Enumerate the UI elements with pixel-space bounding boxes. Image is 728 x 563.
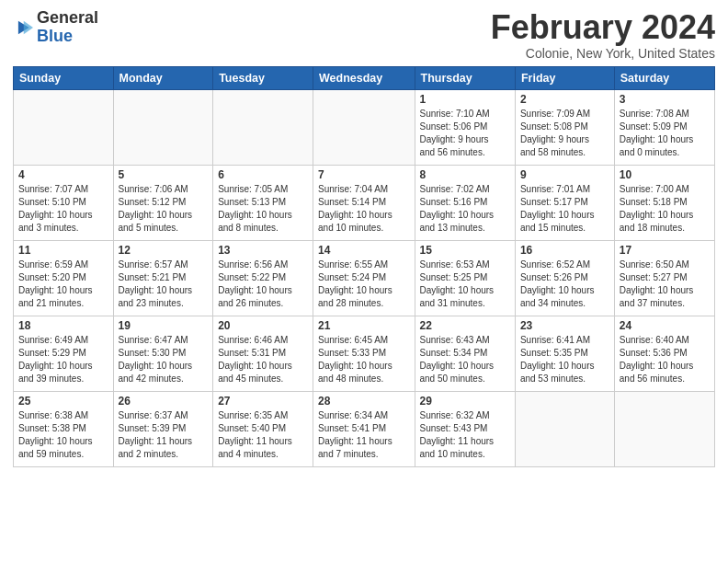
calendar-week-row: 18Sunrise: 6:49 AMSunset: 5:29 PMDayligh…: [14, 316, 715, 391]
day-detail: Sunrise: 6:56 AMSunset: 5:22 PMDaylight:…: [218, 259, 308, 310]
svg-marker-1: [24, 20, 33, 34]
day-detail: Sunrise: 6:34 AMSunset: 5:41 PMDaylight:…: [318, 409, 409, 461]
day-number: 12: [119, 244, 209, 257]
calendar-week-row: 11Sunrise: 6:59 AMSunset: 5:20 PMDayligh…: [14, 240, 715, 316]
day-detail: Sunrise: 6:41 AMSunset: 5:35 PMDaylight:…: [520, 334, 609, 385]
day-number: 16: [520, 244, 609, 257]
day-detail: Sunrise: 7:06 AMSunset: 5:12 PMDaylight:…: [119, 183, 209, 235]
table-row: [614, 391, 714, 466]
day-number: 10: [620, 168, 710, 181]
day-detail: Sunrise: 6:40 AMSunset: 5:36 PMDaylight:…: [620, 334, 710, 385]
table-row: 4Sunrise: 7:07 AMSunset: 5:10 PMDaylight…: [14, 165, 114, 240]
day-number: 25: [18, 395, 108, 408]
day-detail: Sunrise: 7:02 AMSunset: 5:16 PMDaylight:…: [420, 183, 510, 235]
table-row: 17Sunrise: 6:50 AMSunset: 5:27 PMDayligh…: [614, 240, 714, 316]
table-row: 22Sunrise: 6:43 AMSunset: 5:34 PMDayligh…: [415, 316, 515, 391]
location: Colonie, New York, United States: [491, 46, 715, 61]
day-detail: Sunrise: 6:47 AMSunset: 5:30 PMDaylight:…: [119, 334, 209, 385]
day-number: 17: [620, 244, 710, 257]
page: General Blue February 2024 Colonie, New …: [0, 0, 728, 475]
day-detail: Sunrise: 6:50 AMSunset: 5:27 PMDaylight:…: [620, 259, 710, 310]
table-row: 24Sunrise: 6:40 AMSunset: 5:36 PMDayligh…: [614, 316, 714, 391]
day-detail: Sunrise: 6:45 AMSunset: 5:33 PMDaylight:…: [318, 334, 409, 385]
day-number: 2: [520, 93, 609, 106]
day-detail: Sunrise: 6:49 AMSunset: 5:29 PMDaylight:…: [18, 334, 108, 385]
day-detail: Sunrise: 6:59 AMSunset: 5:20 PMDaylight:…: [18, 259, 108, 310]
table-row: 16Sunrise: 6:52 AMSunset: 5:26 PMDayligh…: [515, 240, 614, 316]
day-detail: Sunrise: 6:32 AMSunset: 5:43 PMDaylight:…: [420, 409, 510, 461]
table-row: 21Sunrise: 6:45 AMSunset: 5:33 PMDayligh…: [313, 316, 415, 391]
header-wednesday: Wednesday: [313, 66, 415, 89]
header-sunday: Sunday: [14, 66, 114, 89]
table-row: 2Sunrise: 7:09 AMSunset: 5:08 PMDaylight…: [515, 89, 614, 165]
day-detail: Sunrise: 6:55 AMSunset: 5:24 PMDaylight:…: [318, 259, 409, 310]
header-monday: Monday: [113, 66, 213, 89]
day-detail: Sunrise: 6:37 AMSunset: 5:39 PMDaylight:…: [119, 409, 209, 461]
day-detail: Sunrise: 7:08 AMSunset: 5:09 PMDaylight:…: [620, 108, 710, 159]
logo-icon: [13, 17, 33, 38]
day-number: 3: [620, 93, 710, 106]
day-detail: Sunrise: 6:53 AMSunset: 5:25 PMDaylight:…: [420, 259, 510, 310]
day-number: 11: [18, 244, 108, 257]
weekday-header-row: Sunday Monday Tuesday Wednesday Thursday…: [14, 66, 715, 89]
day-number: 19: [119, 319, 209, 332]
table-row: 11Sunrise: 6:59 AMSunset: 5:20 PMDayligh…: [14, 240, 114, 316]
month-title: February 2024: [491, 9, 715, 46]
day-detail: Sunrise: 6:52 AMSunset: 5:26 PMDaylight:…: [520, 259, 609, 310]
day-detail: Sunrise: 6:46 AMSunset: 5:31 PMDaylight:…: [218, 334, 308, 385]
table-row: 13Sunrise: 6:56 AMSunset: 5:22 PMDayligh…: [213, 240, 313, 316]
table-row: 15Sunrise: 6:53 AMSunset: 5:25 PMDayligh…: [415, 240, 515, 316]
day-number: 20: [218, 319, 308, 332]
day-number: 8: [420, 168, 510, 181]
day-number: 23: [520, 319, 609, 332]
table-row: [113, 89, 213, 165]
table-row: 23Sunrise: 6:41 AMSunset: 5:35 PMDayligh…: [515, 316, 614, 391]
table-row: 28Sunrise: 6:34 AMSunset: 5:41 PMDayligh…: [313, 391, 415, 466]
header-tuesday: Tuesday: [213, 66, 313, 89]
day-number: 13: [218, 244, 308, 257]
table-row: 1Sunrise: 7:10 AMSunset: 5:06 PMDaylight…: [415, 89, 515, 165]
header-thursday: Thursday: [415, 66, 515, 89]
logo: General Blue: [13, 9, 98, 46]
day-detail: Sunrise: 7:07 AMSunset: 5:10 PMDaylight:…: [18, 183, 108, 235]
day-detail: Sunrise: 6:35 AMSunset: 5:40 PMDaylight:…: [218, 409, 308, 461]
table-row: [313, 89, 415, 165]
table-row: 5Sunrise: 7:06 AMSunset: 5:12 PMDaylight…: [113, 165, 213, 240]
table-row: 8Sunrise: 7:02 AMSunset: 5:16 PMDaylight…: [415, 165, 515, 240]
day-number: 24: [620, 319, 710, 332]
day-number: 22: [420, 319, 510, 332]
table-row: 3Sunrise: 7:08 AMSunset: 5:09 PMDaylight…: [614, 89, 714, 165]
day-number: 4: [18, 168, 108, 181]
day-number: 28: [318, 395, 409, 408]
day-number: 9: [520, 168, 609, 181]
calendar: Sunday Monday Tuesday Wednesday Thursday…: [13, 66, 715, 467]
header-saturday: Saturday: [614, 66, 714, 89]
table-row: 29Sunrise: 6:32 AMSunset: 5:43 PMDayligh…: [415, 391, 515, 466]
day-detail: Sunrise: 6:57 AMSunset: 5:21 PMDaylight:…: [119, 259, 209, 310]
table-row: 7Sunrise: 7:04 AMSunset: 5:14 PMDaylight…: [313, 165, 415, 240]
day-detail: Sunrise: 7:01 AMSunset: 5:17 PMDaylight:…: [520, 183, 609, 235]
day-detail: Sunrise: 7:09 AMSunset: 5:08 PMDaylight:…: [520, 108, 609, 159]
table-row: [213, 89, 313, 165]
table-row: [14, 89, 114, 165]
day-detail: Sunrise: 7:10 AMSunset: 5:06 PMDaylight:…: [420, 108, 510, 159]
table-row: 14Sunrise: 6:55 AMSunset: 5:24 PMDayligh…: [313, 240, 415, 316]
day-number: 21: [318, 319, 409, 332]
calendar-week-row: 1Sunrise: 7:10 AMSunset: 5:06 PMDaylight…: [14, 89, 715, 165]
day-number: 14: [318, 244, 409, 257]
table-row: 10Sunrise: 7:00 AMSunset: 5:18 PMDayligh…: [614, 165, 714, 240]
day-number: 27: [218, 395, 308, 408]
table-row: 19Sunrise: 6:47 AMSunset: 5:30 PMDayligh…: [113, 316, 213, 391]
day-number: 29: [420, 395, 510, 408]
logo-text: General Blue: [37, 9, 98, 46]
table-row: 27Sunrise: 6:35 AMSunset: 5:40 PMDayligh…: [213, 391, 313, 466]
calendar-week-row: 25Sunrise: 6:38 AMSunset: 5:38 PMDayligh…: [14, 391, 715, 466]
table-row: 18Sunrise: 6:49 AMSunset: 5:29 PMDayligh…: [14, 316, 114, 391]
day-detail: Sunrise: 6:38 AMSunset: 5:38 PMDaylight:…: [18, 409, 108, 461]
day-number: 7: [318, 168, 409, 181]
calendar-week-row: 4Sunrise: 7:07 AMSunset: 5:10 PMDaylight…: [14, 165, 715, 240]
table-row: 6Sunrise: 7:05 AMSunset: 5:13 PMDaylight…: [213, 165, 313, 240]
day-detail: Sunrise: 6:43 AMSunset: 5:34 PMDaylight:…: [420, 334, 510, 385]
day-number: 6: [218, 168, 308, 181]
day-detail: Sunrise: 7:05 AMSunset: 5:13 PMDaylight:…: [218, 183, 308, 235]
